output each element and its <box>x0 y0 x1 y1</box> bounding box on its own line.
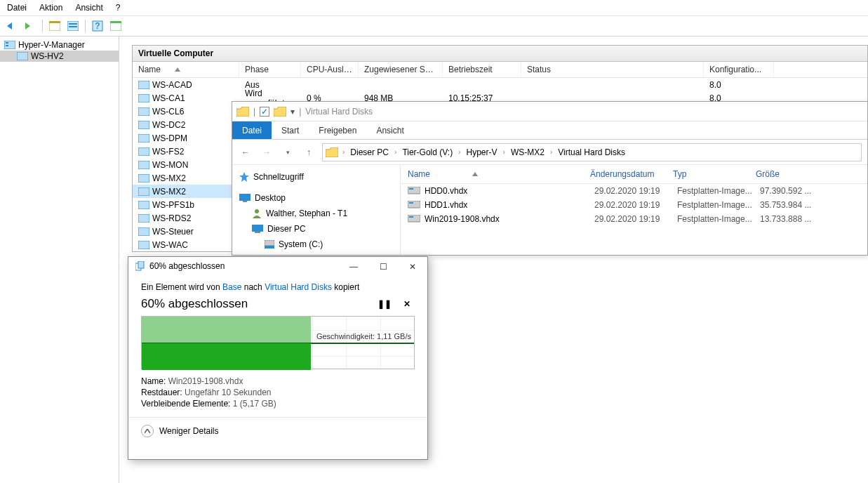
copy-caption: Ein Element wird von Base nach Virtual H… <box>141 282 415 292</box>
breadcrumb-sep[interactable]: › <box>342 148 345 156</box>
nav-recent-icon[interactable]: ▾ <box>280 145 295 160</box>
pause-button[interactable]: ❚❚ <box>377 296 392 312</box>
nav-back-icon[interactable]: ← <box>238 145 253 160</box>
col-status[interactable]: Status <box>521 62 704 77</box>
server-icon <box>4 41 15 49</box>
tree-quick-access[interactable]: Schnellzugriff <box>232 169 400 185</box>
fcol-name[interactable]: Name <box>401 165 583 183</box>
menu-view[interactable]: Ansicht <box>75 3 102 13</box>
svg-rect-8 <box>110 21 121 23</box>
svg-rect-32 <box>265 246 274 249</box>
qat-dropdown-icon[interactable]: ▾ <box>291 107 295 117</box>
vm-name: WS-WAC <box>152 240 242 250</box>
copy-titlebar[interactable]: 60% abgeschlossen — ☐ ✕ <box>128 257 427 275</box>
breadcrumb-item[interactable]: WS-MX2 <box>507 146 549 159</box>
nav-fwd-icon[interactable] <box>22 18 38 34</box>
explorer-titlebar[interactable]: | ✓ ▾ | Virtual Hard Disks <box>232 102 867 121</box>
svg-rect-22 <box>138 201 149 209</box>
svg-rect-31 <box>265 240 274 246</box>
explorer-tree: Schnellzugriff Desktop Walther, Stephan … <box>232 165 401 255</box>
ribbon-tabs: Datei Start Freigeben Ansicht <box>232 121 867 140</box>
col-mem[interactable]: Zugewiesener Spei... <box>359 62 443 77</box>
svg-rect-4 <box>69 26 77 27</box>
show-hide-tree-icon[interactable] <box>47 18 62 34</box>
breadcrumb-sep[interactable]: › <box>394 148 396 156</box>
qat-check-icon[interactable]: ✓ <box>260 107 269 117</box>
properties-icon[interactable] <box>65 18 81 34</box>
col-uptime[interactable]: Betriebszeit <box>443 62 521 77</box>
svg-rect-36 <box>409 202 413 204</box>
file-row[interactable]: HDD0.vhdx29.02.2020 19:19Festplatten-Ima… <box>401 184 867 198</box>
tab-file[interactable]: Datei <box>232 121 272 139</box>
tree-host[interactable]: WS-HV2 <box>0 51 119 62</box>
close-button[interactable]: ✕ <box>398 257 427 277</box>
vm-name: WS-ACAD <box>152 80 242 90</box>
explorer-navbar: ← → ▾ ↑ › Dieser PC › Tier-Gold (V:) › H… <box>232 140 867 165</box>
breadcrumb-item[interactable]: Tier-Gold (V:) <box>398 146 457 159</box>
breadcrumb-sep[interactable]: › <box>550 148 552 156</box>
vm-name: WS-MX2 <box>152 173 242 183</box>
tree-user[interactable]: Walther, Stephan - T1 <box>232 206 400 221</box>
copy-src-link[interactable]: Base <box>222 282 241 292</box>
fcol-type[interactable]: Typ <box>666 165 749 183</box>
svg-rect-14 <box>138 94 149 102</box>
toolbar-separator <box>42 20 43 32</box>
pc-icon <box>252 225 263 233</box>
nav-up-icon[interactable]: ↑ <box>301 145 316 160</box>
svg-rect-3 <box>69 23 77 25</box>
nav-back-icon[interactable] <box>4 18 20 34</box>
breadcrumb-item[interactable]: Hyper-V <box>462 146 502 159</box>
file-date: 29.02.2020 19:19 <box>587 186 670 196</box>
svg-rect-13 <box>138 81 149 89</box>
menu-help[interactable]: ? <box>116 3 121 13</box>
col-config[interactable]: Konfiguratio... <box>704 62 774 77</box>
vm-icon <box>138 187 149 196</box>
fcol-size[interactable]: Größe <box>749 165 819 183</box>
star-icon <box>239 172 249 182</box>
tab-share[interactable]: Freigeben <box>309 121 366 139</box>
tree-desktop[interactable]: Desktop <box>232 190 400 206</box>
disk-icon <box>408 201 420 209</box>
col-name[interactable]: Name <box>133 62 239 77</box>
fcol-date[interactable]: Änderungsdatum <box>583 165 666 183</box>
drive-icon <box>265 240 274 249</box>
file-size: 35.753.984 ... <box>753 200 823 210</box>
sort-asc-icon <box>472 172 478 176</box>
sort-asc-icon <box>175 67 180 72</box>
tab-view[interactable]: Ansicht <box>366 121 413 139</box>
vm-icon <box>138 134 149 143</box>
help-icon[interactable]: ? <box>90 18 105 34</box>
svg-rect-33 <box>408 187 420 194</box>
vm-icon <box>138 81 149 89</box>
col-cpu[interactable]: CPU-Auslast... <box>301 62 359 77</box>
copy-dst-link[interactable]: Virtual Hard Disks <box>265 282 332 292</box>
file-row[interactable]: Win2019-1908.vhdx29.02.2020 19:19Festpla… <box>401 212 867 226</box>
file-name: HDD0.vhdx <box>425 186 587 196</box>
vm-icon <box>138 161 149 169</box>
vm-icon <box>138 227 149 236</box>
monitor-icon <box>239 194 251 202</box>
col-phase[interactable]: Phase <box>239 62 301 77</box>
menu-file[interactable]: Datei <box>7 3 27 13</box>
breadcrumb-item[interactable]: Virtual Hard Disks <box>554 146 629 159</box>
copy-remain-row: Restdauer: Ungefähr 10 Sekunden <box>141 388 415 397</box>
refresh-icon[interactable] <box>108 18 123 34</box>
file-row[interactable]: HDD1.vhdx29.02.2020 19:19Festplatten-Ima… <box>401 198 867 212</box>
file-date: 29.02.2020 19:19 <box>587 214 670 224</box>
chevron-up-icon[interactable] <box>141 425 154 437</box>
minimize-button[interactable]: — <box>339 257 368 277</box>
menu-action[interactable]: Aktion <box>39 3 62 13</box>
breadcrumb-sep[interactable]: › <box>503 148 505 156</box>
cancel-button[interactable]: ✕ <box>399 296 415 312</box>
tree-thispc[interactable]: Dieser PC <box>232 221 400 237</box>
breadcrumb[interactable]: › Dieser PC › Tier-Gold (V:) › Hyper-V ›… <box>322 143 862 161</box>
svg-rect-19 <box>138 161 149 169</box>
tree-root[interactable]: Hyper-V-Manager <box>0 39 119 51</box>
tab-start[interactable]: Start <box>272 121 309 139</box>
breadcrumb-sep[interactable]: › <box>458 148 460 156</box>
maximize-button[interactable]: ☐ <box>368 257 398 277</box>
less-details-link[interactable]: Weniger Details <box>159 426 218 436</box>
breadcrumb-item[interactable]: Dieser PC <box>346 146 393 159</box>
copy-percent: 60% abgeschlossen <box>141 297 248 311</box>
tree-sysc[interactable]: System (C:) <box>232 237 400 252</box>
